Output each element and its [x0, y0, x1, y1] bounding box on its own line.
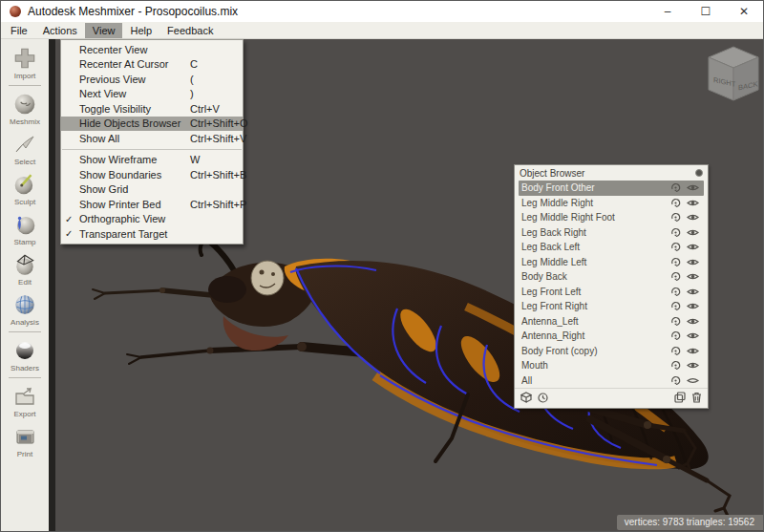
pose-pin-icon[interactable] — [667, 301, 684, 311]
toolbar-separator — [9, 331, 41, 332]
app-window: Autodesk Meshmixer - Prosopocoilus.mix –… — [0, 0, 764, 532]
import-plus-icon — [11, 45, 39, 71]
menu-item-show-all[interactable]: Show AllCtrl+Shift+V — [61, 131, 243, 146]
pose-pin-icon[interactable] — [667, 330, 684, 341]
pose-pin-icon[interactable] — [667, 257, 684, 267]
object-row[interactable]: Antenna_Left — [519, 314, 704, 330]
menu-item-show-printer-bed[interactable]: Show Printer BedCtrl+Shift+P — [61, 197, 243, 212]
title-bar: Autodesk Meshmixer - Prosopocoilus.mix –… — [1, 1, 763, 22]
menu-item-transparent-target[interactable]: ✓Transparent Target — [61, 226, 243, 242]
menu-item-previous-view[interactable]: Previous View( — [61, 72, 243, 87]
object-row[interactable]: Body Front Other — [519, 181, 704, 196]
object-row[interactable]: All — [519, 373, 704, 389]
left-toolbar: Import Meshmix Select Sculpt — [1, 39, 49, 532]
visibility-eye-icon[interactable] — [684, 287, 701, 296]
object-row[interactable]: Leg Front Right — [519, 299, 704, 314]
toolbar-export[interactable]: Export — [11, 383, 39, 418]
visibility-eye-icon[interactable] — [684, 272, 701, 281]
beetle-skull-stamp[interactable] — [251, 261, 284, 295]
visibility-eye-icon[interactable] — [684, 258, 701, 266]
object-list: Body Front Other Leg Middle Right Leg Mi… — [515, 181, 708, 388]
meshmix-sphere-icon — [11, 91, 39, 117]
visibility-eye-icon[interactable] — [684, 199, 701, 207]
toolbar-analysis[interactable]: Analysis — [11, 291, 39, 327]
pose-pin-icon[interactable] — [667, 227, 684, 238]
analysis-mesh-sphere-icon — [11, 291, 39, 317]
object-row[interactable]: Leg Middle Right Foot — [519, 210, 704, 225]
visibility-eye-icon[interactable] — [684, 213, 701, 222]
menu-item-orthographic-view[interactable]: ✓Orthographic View — [61, 212, 243, 227]
object-browser-title: Object Browser — [520, 168, 584, 179]
pose-pin-icon[interactable] — [667, 242, 684, 252]
toolbar-import[interactable]: Import — [11, 45, 39, 80]
visibility-eye-closed-icon[interactable] — [684, 376, 701, 385]
pose-pin-icon[interactable] — [667, 182, 684, 193]
meshmixer-logo-icon — [10, 6, 21, 17]
object-row[interactable]: Body Back — [519, 269, 704, 285]
visibility-eye-icon[interactable] — [684, 183, 701, 192]
menu-feedback[interactable]: Feedback — [159, 23, 221, 38]
view-menu-dropdown: Recenter View Recenter At CursorC Previo… — [60, 39, 244, 245]
toolbar-shaders[interactable]: Shaders — [11, 337, 39, 372]
pose-pin-icon[interactable] — [667, 316, 684, 327]
pose-pin-icon[interactable] — [667, 287, 684, 297]
menu-item-recenter-view[interactable]: Recenter View — [61, 42, 243, 57]
pose-pin-icon[interactable] — [667, 360, 684, 371]
show-objects-cube-icon[interactable] — [520, 390, 532, 407]
object-row[interactable]: Body Front (copy) — [519, 344, 704, 359]
delete-trash-icon[interactable] — [691, 390, 702, 407]
object-row[interactable]: Leg Middle Left — [519, 255, 704, 270]
object-browser-panel: Object Browser Body Front Other Leg Midd… — [514, 164, 709, 409]
minimize-button[interactable]: – — [648, 1, 687, 22]
menu-file[interactable]: File — [3, 23, 35, 38]
toolbar-print[interactable]: Print — [11, 423, 39, 458]
visibility-eye-icon[interactable] — [684, 228, 701, 237]
menu-help[interactable]: Help — [122, 23, 159, 38]
pose-pin-icon[interactable] — [667, 198, 684, 208]
main-area: Import Meshmix Select Sculpt — [1, 39, 763, 532]
visibility-eye-icon[interactable] — [684, 302, 701, 310]
pose-pin-icon[interactable] — [667, 375, 684, 386]
menu-view[interactable]: View — [85, 23, 123, 38]
history-clock-icon[interactable] — [538, 390, 548, 407]
pose-pin-icon[interactable] — [667, 271, 684, 282]
pose-pin-icon[interactable] — [667, 212, 684, 223]
menu-item-toggle-visibility[interactable]: Toggle VisibilityCtrl+V — [61, 101, 243, 117]
menu-item-next-view[interactable]: Next View) — [61, 87, 243, 102]
pose-pin-icon[interactable] — [667, 346, 684, 356]
menu-actions[interactable]: Actions — [35, 23, 85, 38]
navigation-cube[interactable]: RIGHT BACK — [705, 45, 762, 108]
visibility-eye-icon[interactable] — [684, 317, 701, 326]
visibility-eye-icon[interactable] — [684, 347, 701, 355]
maximize-button[interactable]: ☐ — [687, 1, 725, 22]
toolbar-stamp[interactable]: Stamp — [11, 211, 39, 246]
object-row[interactable]: Leg Front Left — [519, 285, 704, 300]
toolbar-meshmix[interactable]: Meshmix — [10, 91, 40, 126]
object-row[interactable]: Antenna_Right — [519, 329, 704, 344]
object-row[interactable]: Leg Middle Right — [519, 196, 704, 211]
object-row[interactable]: Leg Back Right — [519, 225, 704, 241]
duplicate-object-icon[interactable] — [674, 390, 686, 407]
toolbar-separator — [9, 377, 41, 378]
select-arrow-icon — [11, 131, 39, 157]
toolbar-sculpt[interactable]: Sculpt — [11, 171, 39, 206]
edit-wireframe-sphere-icon — [11, 251, 39, 277]
menu-item-recenter-at-cursor[interactable]: Recenter At CursorC — [61, 57, 243, 73]
menu-bar: File Actions View Help Feedback — [1, 22, 763, 39]
close-button[interactable]: ✕ — [725, 1, 763, 22]
menu-item-show-boundaries[interactable]: Show BoundariesCtrl+Shift+B — [61, 167, 243, 182]
object-row[interactable]: Mouth — [519, 358, 704, 373]
menu-item-show-wireframe[interactable]: Show WireframeW — [61, 153, 243, 168]
print-printer-icon — [11, 423, 39, 449]
menu-item-show-grid[interactable]: Show Grid — [61, 182, 243, 198]
visibility-eye-icon[interactable] — [684, 243, 701, 251]
panel-pin-icon[interactable] — [695, 169, 703, 177]
menu-item-hide-objects-browser[interactable]: Hide Objects BrowserCtrl+Shift+O — [61, 117, 243, 132]
visibility-eye-icon[interactable] — [684, 361, 701, 370]
toolbar-select[interactable]: Select — [11, 131, 39, 166]
check-icon: ✓ — [65, 228, 76, 239]
visibility-eye-icon[interactable] — [684, 331, 701, 340]
object-row[interactable]: Leg Back Left — [519, 240, 704, 255]
window-controls: – ☐ ✕ — [648, 1, 763, 22]
toolbar-edit[interactable]: Edit — [11, 251, 39, 287]
